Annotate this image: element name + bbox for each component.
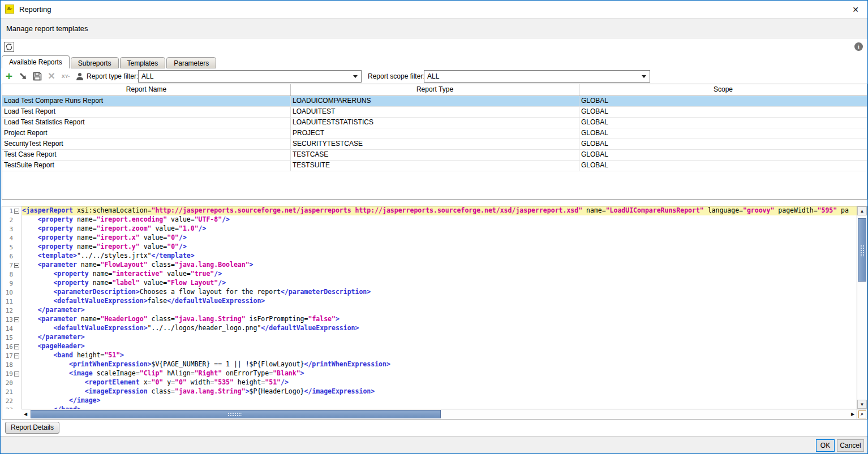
code-line[interactable]: <property name="interactive" value="true…: [22, 270, 857, 279]
horizontal-scrollbar[interactable]: ◀ ▶: [22, 409, 857, 419]
scroll-left-icon[interactable]: ◀: [22, 409, 29, 419]
delete-report-icon[interactable]: ✕: [46, 71, 57, 81]
code-line[interactable]: <property name="ireport.encoding" value=…: [22, 215, 857, 224]
cell-scope: GLOBAL: [579, 161, 867, 171]
fold-collapse-icon[interactable]: [14, 317, 19, 322]
token-val: "FlowLayout": [100, 261, 147, 269]
code-line[interactable]: <property name="ireport.zoom" value="1.0…: [22, 224, 857, 234]
table-row[interactable]: Project ReportPROJECTGLOBAL: [2, 128, 867, 139]
report-type-filter-select[interactable]: ALL: [138, 70, 362, 83]
tab-available-reports[interactable]: Available Reports: [2, 55, 70, 68]
vertical-scrollbar[interactable]: ▲ ▼: [857, 206, 867, 409]
table-row[interactable]: Load Test ReportLOADUITESTGLOBAL: [2, 107, 867, 118]
token-val: "0": [167, 243, 179, 250]
code-line[interactable]: </parameter>: [22, 333, 857, 342]
code-line[interactable]: <pageHeader>: [22, 342, 857, 351]
code-line[interactable]: <defaultValueExpression>"../../logos/hea…: [22, 324, 857, 333]
scroll-up-icon[interactable]: ▲: [857, 206, 867, 215]
scroll-down-icon[interactable]: ▼: [857, 400, 867, 409]
xy-properties-icon[interactable]: XY-: [61, 71, 71, 81]
report-scope-filter-select[interactable]: ALL: [424, 70, 650, 83]
save-report-icon[interactable]: [32, 71, 42, 81]
add-report-icon[interactable]: +: [4, 71, 14, 81]
code-line[interactable]: </image>: [22, 396, 857, 405]
code-line[interactable]: <image scaleImage="Clip" hAlign="Right" …: [22, 369, 857, 378]
code-line[interactable]: <parameter name="FlowLayout" class="java…: [22, 261, 857, 270]
code-line[interactable]: </parameter>: [22, 306, 857, 315]
token-val: "HeaderLogo": [100, 315, 147, 323]
token-val: "UTF-8": [195, 215, 222, 223]
cell-name: Load Test Compare Runs Report: [2, 96, 291, 106]
info-icon[interactable]: i: [854, 42, 863, 51]
gutter-row: 14: [2, 324, 22, 333]
code-area[interactable]: <jasperReport xsi:schemaLocation="http:/…: [22, 206, 857, 409]
refresh-icon[interactable]: [4, 42, 14, 52]
token-tag: <property: [22, 243, 73, 250]
code-line[interactable]: <defaultValueExpression>false</defaultVa…: [22, 297, 857, 306]
scroll-right-icon[interactable]: ▶: [849, 409, 857, 419]
token-attr: name=: [77, 315, 101, 323]
token-attr: width=: [187, 378, 214, 386]
token-tag: <property: [22, 234, 73, 241]
user-icon[interactable]: [75, 71, 85, 81]
reports-table: Report NameReport TypeScope Load Test Co…: [2, 84, 867, 200]
tab-parameters[interactable]: Parameters: [166, 57, 216, 68]
fold-collapse-icon[interactable]: [14, 209, 19, 214]
line-number: 8: [2, 271, 13, 278]
cell-name: Load Test Report: [2, 107, 291, 117]
fold-collapse-icon[interactable]: [14, 344, 19, 349]
code-line[interactable]: <property name="ireport.y" value="0"/>: [22, 243, 857, 252]
thumb-grip: [860, 245, 864, 257]
token-tag: >: [120, 351, 124, 359]
cell-scope: GLOBAL: [579, 128, 867, 139]
cancel-button[interactable]: Cancel: [837, 439, 864, 452]
code-line[interactable]: <property name="ireport.x" value="0"/>: [22, 234, 857, 243]
thumb-grip: [227, 412, 242, 416]
table-row[interactable]: Test Case ReportTESTCASEGLOBAL: [2, 150, 867, 161]
close-icon[interactable]: ✕: [849, 3, 862, 16]
table-row[interactable]: SecurityTest ReportSECURITYTESTCASEGLOBA…: [2, 139, 867, 150]
column-header[interactable]: Scope: [579, 84, 867, 96]
cell-type: TESTSUITE: [291, 161, 579, 171]
tab-templates[interactable]: Templates: [120, 57, 166, 68]
code-line[interactable]: <band height="51">: [22, 351, 857, 360]
code-line[interactable]: <template>"../../styles.jrtx"</template>: [22, 252, 857, 261]
code-line[interactable]: <property name="label" value="Flow Layou…: [22, 279, 857, 288]
code-line[interactable]: <jasperReport xsi:schemaLocation="http:/…: [22, 206, 857, 215]
column-header[interactable]: Report Type: [291, 84, 579, 96]
token-tag: >: [336, 315, 340, 323]
token-tag: <parameter: [22, 261, 77, 269]
window-title: Reporting: [19, 5, 51, 14]
gutter-row: 11: [2, 297, 22, 306]
horizontal-scroll-thumb[interactable]: [31, 410, 441, 418]
token-tag: />: [179, 243, 187, 250]
tab-subreports[interactable]: Subreports: [71, 57, 119, 68]
code-line[interactable]: <parameter name="HeaderLogo" class="java…: [22, 315, 857, 324]
token-attr: name=: [73, 243, 97, 250]
fold-collapse-icon[interactable]: [14, 353, 19, 358]
ok-button[interactable]: OK: [816, 439, 835, 452]
fold-collapse-icon[interactable]: [14, 371, 19, 377]
fold-collapse-icon[interactable]: [14, 263, 19, 268]
report-details-button[interactable]: Report Details: [5, 422, 59, 434]
token-tag: <property: [22, 279, 89, 287]
token-attr: name=: [77, 261, 101, 269]
table-row[interactable]: Load Test Statistics ReportLOADUITESTSTA…: [2, 118, 867, 128]
token-tag: <jasperReport: [22, 206, 73, 214]
table-row[interactable]: TestSuite ReportTESTSUITEGLOBAL: [2, 161, 867, 171]
magnifier-icon[interactable]: ⌕: [858, 410, 866, 418]
code-line[interactable]: <imageExpression class="java.lang.String…: [22, 387, 857, 396]
code-line[interactable]: <reportElement x="0" y="0" width="535" h…: [22, 378, 857, 387]
code-line[interactable]: <parameterDescription>Chooses a flow lay…: [22, 288, 857, 297]
open-report-icon[interactable]: [18, 71, 28, 81]
token-attr: pageWidth=: [774, 206, 817, 214]
code-line[interactable]: <printWhenExpression>$V{PAGE_NUMBER} == …: [22, 360, 857, 369]
column-header[interactable]: Report Name: [2, 84, 291, 96]
line-number: 19: [2, 370, 13, 378]
gutter-row: 7: [2, 261, 22, 270]
report-xml-editor[interactable]: 1234567891011121314151617181920212223 <j…: [2, 206, 867, 420]
token-attr: value=: [163, 270, 190, 278]
cell-type: SECURITYTESTCASE: [291, 139, 579, 149]
table-row[interactable]: Load Test Compare Runs ReportLOADUICOMPA…: [2, 96, 867, 107]
vertical-scroll-thumb[interactable]: [858, 218, 866, 282]
